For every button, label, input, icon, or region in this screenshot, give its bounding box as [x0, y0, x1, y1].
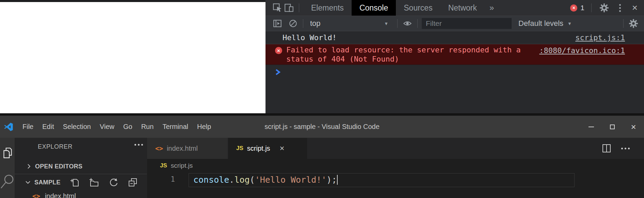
clear-console-icon[interactable] — [287, 18, 299, 29]
new-file-icon[interactable] — [69, 177, 80, 187]
tab-close-icon[interactable]: × — [280, 144, 285, 152]
tab-elements[interactable]: Elements — [303, 0, 352, 16]
divider — [417, 19, 418, 28]
explorer-activity-icon[interactable] — [1, 147, 14, 159]
editor-tab-script-js[interactable]: JS script.js × — [228, 138, 307, 159]
devtools-settings-icon[interactable] — [598, 2, 610, 14]
open-editors-label: OPEN EDITORS — [35, 163, 82, 170]
folder-label: SAMPLE — [34, 179, 61, 186]
tab-console[interactable]: Console — [352, 0, 396, 16]
error-source-link[interactable]: :8080/favicon.ico:1 — [539, 46, 625, 55]
browser-page — [0, 2, 265, 113]
sidebar-divider — [15, 174, 147, 174]
tab-sources[interactable]: Sources — [396, 0, 440, 16]
js-file-icon: JS — [236, 145, 243, 152]
error-badge-icon: × — [570, 4, 577, 12]
menu-help[interactable]: Help — [193, 123, 215, 131]
line-number: 1 — [166, 175, 175, 183]
vscode-logo-icon — [4, 122, 13, 132]
menu-run[interactable]: Run — [137, 123, 158, 131]
window-title: script.js - sample - Visual Studio Code — [264, 123, 380, 131]
chevron-down-icon: ▼ — [567, 21, 572, 26]
inspect-element-icon[interactable] — [272, 2, 283, 14]
log-message: Hello World! — [283, 33, 337, 42]
tab-network[interactable]: Network — [440, 0, 485, 16]
maximize-icon — [610, 125, 615, 129]
code-editor[interactable]: 1 console.log('Hello World!'); — [147, 172, 644, 198]
vscode-main: EXPLORER OPEN EDITORS SAMPLE — [0, 138, 644, 198]
devtools-close-icon[interactable]: × — [629, 2, 641, 14]
console-prompt[interactable] — [265, 65, 644, 79]
vscode-window-border — [0, 113, 644, 116]
vscode-titlebar: File Edit Selection View Go Run Terminal… — [0, 116, 644, 138]
tab-label: script.js — [247, 145, 270, 152]
explorer-sidebar: EXPLORER OPEN EDITORS SAMPLE — [15, 138, 147, 198]
activity-bar — [0, 138, 15, 198]
log-source-link[interactable]: script.js:1 — [575, 33, 625, 42]
log-levels-value: Default levels — [518, 19, 563, 28]
menu-go[interactable]: Go — [119, 123, 137, 131]
divider — [303, 19, 303, 28]
explorer-header: EXPLORER — [38, 143, 73, 150]
editor-group: <> index.html JS script.js × — [147, 138, 644, 198]
more-tabs-icon[interactable]: » — [485, 0, 499, 16]
search-activity-icon[interactable] — [0, 174, 15, 193]
html-file-icon: <> — [155, 145, 163, 152]
menu-edit[interactable]: Edit — [38, 123, 58, 131]
filter-input[interactable] — [422, 18, 512, 29]
console-settings-icon[interactable] — [628, 18, 639, 29]
log-levels-dropdown[interactable]: Default levels ▼ — [518, 19, 572, 28]
chevron-down-icon: ▼ — [384, 21, 388, 26]
code-line: console.log('Hello World!'); — [193, 175, 338, 185]
context-selector-value: top — [310, 19, 321, 28]
open-editors-section[interactable]: OPEN EDITORS — [15, 160, 147, 173]
folder-actions — [69, 177, 138, 187]
refresh-icon[interactable] — [108, 177, 118, 187]
console-messages: Hello World! script.js:1 × Failed to loa… — [265, 31, 644, 79]
editor-tab-index-html[interactable]: <> index.html — [147, 138, 228, 159]
context-selector[interactable]: top ▼ — [307, 19, 393, 28]
close-button[interactable]: × — [623, 116, 644, 138]
breadcrumb-file: script.js — [171, 162, 193, 169]
folder-section[interactable]: SAMPLE — [15, 175, 147, 190]
explorer-more-actions-icon[interactable] — [134, 144, 143, 146]
chevron-down-icon — [25, 180, 31, 185]
editor-actions — [602, 138, 630, 159]
collapse-folders-icon[interactable] — [128, 177, 138, 187]
divider — [591, 3, 592, 12]
new-folder-icon[interactable] — [89, 177, 99, 187]
js-file-icon: JS — [160, 162, 167, 169]
chevron-right-icon — [26, 164, 32, 169]
console-log-row: Hello World! script.js:1 — [265, 31, 644, 44]
devtools-panel: Elements Console Sources Network » × 1 — [265, 0, 644, 113]
console-toolbar: top ▼ Default levels ▼ — [265, 16, 644, 31]
divider — [299, 3, 299, 12]
devtools-tabbar: Elements Console Sources Network » × 1 — [265, 0, 644, 16]
breadcrumb[interactable]: JS script.js — [147, 159, 644, 172]
split-editor-icon[interactable] — [602, 144, 611, 153]
menu-terminal[interactable]: Terminal — [158, 123, 193, 131]
html-file-icon: <> — [32, 192, 40, 198]
tab-label: index.html — [167, 145, 198, 152]
text-cursor — [337, 175, 338, 185]
minimize-button[interactable] — [581, 116, 602, 138]
error-badge-count: 1 — [580, 4, 584, 12]
maximize-button[interactable] — [602, 116, 623, 138]
device-toolbar-icon[interactable] — [283, 2, 295, 14]
divider — [623, 19, 624, 28]
divider — [397, 19, 398, 28]
live-expression-eye-icon[interactable] — [402, 18, 413, 29]
console-sidebar-icon[interactable] — [272, 18, 283, 29]
close-icon: × — [631, 122, 636, 131]
devtools-menu-icon[interactable] — [615, 2, 625, 14]
tabbar-spacer — [307, 138, 602, 159]
vscode-window: File Edit Selection View Go Run Terminal… — [0, 113, 644, 198]
editor-more-actions-icon[interactable] — [621, 148, 630, 149]
menu-file[interactable]: File — [18, 123, 38, 131]
prompt-chevron-icon — [275, 68, 281, 76]
menu-selection[interactable]: Selection — [59, 123, 95, 131]
file-item-index-html[interactable]: <> index.html — [15, 191, 147, 198]
screen: Elements Console Sources Network » × 1 — [0, 0, 644, 198]
error-badge[interactable]: × 1 — [570, 4, 584, 12]
menu-view[interactable]: View — [95, 123, 119, 131]
